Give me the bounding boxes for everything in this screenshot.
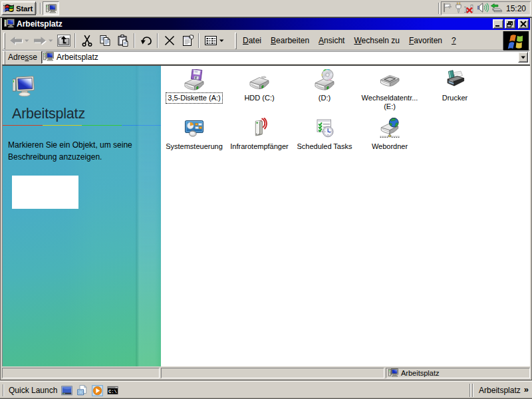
address-bar: Adresse Arbeitsplatz xyxy=(2,51,530,65)
show-desktop-icon[interactable] xyxy=(61,384,72,397)
statusbar-pane-middle xyxy=(161,368,384,378)
tray-divider xyxy=(438,3,440,14)
menu-hilfe[interactable]: ? xyxy=(447,36,461,45)
view-channels-icon[interactable] xyxy=(76,384,88,397)
file-icon-floppy-a[interactable]: 3,5-Diskette (A:) xyxy=(162,66,227,104)
control-panel-icon xyxy=(184,118,205,139)
menu-band-gripper[interactable] xyxy=(235,33,237,49)
window-title: Arbeitsplatz xyxy=(17,19,491,29)
file-icon-drucker[interactable]: Drucker xyxy=(422,66,487,104)
properties-button[interactable] xyxy=(178,32,196,49)
menu-ansicht[interactable]: Ansicht xyxy=(314,36,349,45)
toolbar-separator xyxy=(134,33,135,48)
taskbar-clock: 15:20 xyxy=(506,4,526,13)
desktop-toolbar: Arbeitsplatz » xyxy=(469,382,532,399)
removable-drive-icon xyxy=(379,69,400,90)
power-plug-icon[interactable] xyxy=(454,2,464,15)
statusbar-pane-left xyxy=(2,368,160,378)
web-folder-icon xyxy=(379,118,400,139)
toolbar-separator xyxy=(198,33,200,48)
start-button[interactable]: Start xyxy=(1,1,36,15)
quick-launch-toolbar: Quick Launch xyxy=(0,382,122,399)
system-tray: 15:20 xyxy=(441,1,531,15)
start-label: Start xyxy=(16,5,33,13)
my-computer-icon xyxy=(13,75,35,99)
close-button[interactable] xyxy=(518,19,529,29)
menubar: Datei Bearbeiten Ansicht Wechseln zu Fav… xyxy=(238,31,461,50)
webview-placeholder xyxy=(12,176,78,209)
folder-content: Arbeitsplatz Markieren Sie ein Objekt, u… xyxy=(2,65,530,366)
media-player-icon[interactable] xyxy=(92,384,103,397)
webview-panel: Arbeitsplatz Markieren Sie ein Objekt, u… xyxy=(3,66,161,366)
taskbar: Start 15:20 xyxy=(0,0,532,17)
forward-button[interactable] xyxy=(31,32,49,49)
file-icon-infrarotempfaenger[interactable]: Infrarotempfänger xyxy=(227,115,292,152)
address-label: Adresse xyxy=(8,53,37,62)
file-icon-cd-d[interactable]: (D:) xyxy=(292,66,357,104)
volume-icon[interactable] xyxy=(477,2,489,15)
views-button[interactable] xyxy=(201,32,219,49)
desktop-toolbar-label: Arbeitsplatz xyxy=(479,386,521,395)
back-dropdown[interactable] xyxy=(23,32,31,49)
address-band-gripper[interactable] xyxy=(3,49,5,66)
views-dropdown[interactable] xyxy=(217,32,225,49)
network-offline-icon[interactable] xyxy=(464,2,476,15)
taskbar-gripper[interactable] xyxy=(37,3,38,14)
quick-launch-label: Quick Launch xyxy=(9,386,57,395)
rebar: Datei Bearbeiten Ansicht Wechseln zu Fav… xyxy=(2,30,530,65)
titlebar[interactable]: Arbeitsplatz xyxy=(2,18,530,30)
menu-bearbeiten[interactable]: Bearbeiten xyxy=(266,36,314,45)
file-icon-webordner[interactable]: Webordner xyxy=(357,115,422,152)
toolbar-separator xyxy=(74,33,76,48)
windows-flag-icon xyxy=(3,3,15,13)
windows-logo-throbber xyxy=(503,31,529,51)
webview-description: Markieren Sie ein Objekt, um seineBeschr… xyxy=(8,139,144,163)
screen: C:\ Start 15:20 xyxy=(0,0,532,399)
menu-favoriten[interactable]: Favoriten xyxy=(404,36,447,45)
paste-button[interactable] xyxy=(114,32,132,49)
file-icon-removable-e[interactable]: Wechseldatentr...(E:) xyxy=(357,66,422,112)
printer-icon xyxy=(444,69,466,90)
desktop-toolbar-gripper[interactable] xyxy=(469,384,471,397)
command-prompt-icon[interactable] xyxy=(107,384,118,397)
file-icon-scheduled-tasks[interactable]: Scheduled Tasks xyxy=(292,115,357,152)
minimize-button[interactable] xyxy=(493,19,503,29)
my-computer-icon xyxy=(388,368,398,379)
address-combobox[interactable]: Arbeitsplatz xyxy=(41,51,529,64)
pccard-eject-icon[interactable] xyxy=(489,2,503,15)
hard-drive-icon xyxy=(249,69,270,90)
scheduled-tasks-icon xyxy=(314,118,335,139)
chevron-expand-button[interactable]: » xyxy=(524,384,529,394)
menu-datei[interactable]: Datei xyxy=(238,36,266,45)
address-dropdown-button[interactable] xyxy=(518,52,528,63)
quick-launch-bar: Quick Launch Arbeitsplatz » xyxy=(0,381,532,399)
delete-button[interactable] xyxy=(160,32,178,49)
cd-drive-icon xyxy=(314,69,335,90)
quick-launch-gripper[interactable] xyxy=(3,384,4,396)
taskbar-button-arbeitsplatz[interactable] xyxy=(43,1,59,15)
webview-divider xyxy=(3,125,161,126)
toolbar-band-gripper[interactable] xyxy=(3,33,5,49)
taskbar-gripper2[interactable] xyxy=(40,3,41,14)
statusbar: Arbeitsplatz xyxy=(2,366,530,379)
back-button[interactable] xyxy=(7,32,25,49)
file-icon-hdd-c[interactable]: HDD (C:) xyxy=(227,66,292,104)
statusbar-pane-right: Arbeitsplatz xyxy=(386,368,530,378)
restore-button[interactable] xyxy=(505,19,515,29)
window-icon my-computer-icon xyxy=(4,18,15,30)
toolbar-separator xyxy=(157,33,158,48)
address-value: Arbeitsplatz xyxy=(57,53,518,62)
desktop-toolbar-gripper2[interactable] xyxy=(472,384,473,397)
up-button[interactable] xyxy=(55,32,72,49)
cut-button[interactable] xyxy=(78,32,96,49)
forward-dropdown[interactable] xyxy=(47,32,55,49)
webview-title: Arbeitsplatz xyxy=(12,106,85,122)
copy-button[interactable] xyxy=(96,32,114,49)
infrared-receiver-icon xyxy=(249,118,270,139)
undo-button[interactable] xyxy=(137,32,155,49)
file-icon-systemsteuerung[interactable]: Systemsteuerung xyxy=(162,115,227,152)
menu-wechseln-zu[interactable]: Wechseln zu xyxy=(349,36,404,45)
floppy-drive-icon xyxy=(184,69,205,90)
fax-flag-icon[interactable] xyxy=(442,2,453,15)
my-computer-icon xyxy=(43,51,54,63)
